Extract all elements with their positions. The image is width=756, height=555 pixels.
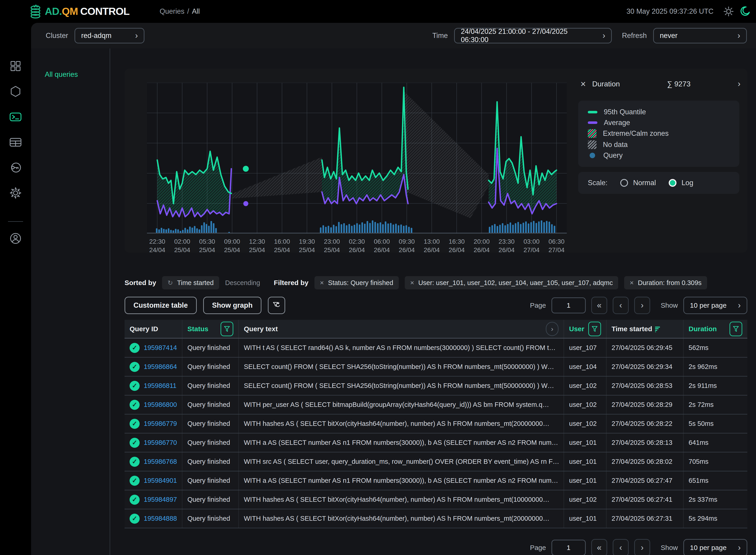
show-graph-button[interactable]: Show graph: [203, 297, 261, 314]
col-header-duration[interactable]: Duration: [683, 320, 747, 338]
col-header-user[interactable]: User: [564, 320, 606, 338]
sidebar-item-settings[interactable]: [9, 186, 22, 200]
legend-item-query[interactable]: Query: [588, 151, 730, 160]
breadcrumb[interactable]: Queries / All: [160, 7, 200, 15]
query-id-cell: ✓195986811: [125, 377, 182, 395]
table-row[interactable]: ✓195986811Query finishedSELECT count() F…: [125, 377, 747, 395]
query-id-link[interactable]: 195986864: [144, 363, 177, 371]
reset-filters-button[interactable]: [268, 297, 285, 314]
query-id-link[interactable]: 195984888: [144, 515, 177, 522]
radio-unchecked-icon[interactable]: [620, 179, 628, 187]
query-id-link[interactable]: 195986768: [144, 458, 177, 465]
query-id-link[interactable]: 195986811: [144, 382, 176, 389]
duration-cell: 562ms: [683, 339, 747, 357]
table-row[interactable]: ✓195984897Query finishedWITH hashes AS (…: [125, 490, 747, 509]
dark-theme-moon-icon[interactable]: [740, 6, 750, 17]
col-header-time-started[interactable]: Time started: [606, 320, 683, 338]
sidebar-item-tables[interactable]: [9, 135, 22, 149]
next-page-button[interactable]: ›: [634, 539, 650, 555]
duration-chart[interactable]: [147, 83, 567, 233]
sidebar-item-profile[interactable]: [9, 232, 22, 245]
legend-item-no-data[interactable]: No data: [588, 140, 730, 149]
time-started-cell: 27/04/2025 06:28:29: [606, 395, 683, 414]
filter-chip-duration[interactable]: × Duration: from 0.309s: [624, 276, 707, 289]
user-filter-button[interactable]: [588, 322, 601, 336]
duration-cell: 5s 294ms: [683, 509, 747, 528]
customize-table-button[interactable]: Customize table: [125, 297, 197, 314]
table-row[interactable]: ✓195986800Query finishedWITH per_user AS…: [125, 395, 747, 415]
sidebar-item-dashboard[interactable]: [9, 59, 22, 73]
cluster-select[interactable]: red-adqm ›: [75, 28, 144, 43]
scale-option-log[interactable]: Log: [669, 179, 694, 187]
close-icon[interactable]: ×: [580, 80, 586, 88]
table-row[interactable]: ✓195986768Query finishedWITH src AS ( SE…: [125, 453, 747, 471]
query-text-cell: WITH hashes AS ( SELECT bitXor(cityHash6…: [238, 509, 564, 528]
status-cell: Query finished: [182, 471, 238, 490]
close-icon[interactable]: ×: [320, 279, 324, 287]
radio-checked-icon[interactable]: [669, 179, 676, 187]
table-row[interactable]: ✓195986770Query finishedWITH a AS (SELEC…: [125, 433, 747, 453]
cluster-label: Cluster: [46, 32, 68, 40]
refresh-select[interactable]: never ›: [653, 28, 747, 43]
time-started-cell: 27/04/2025 06:27:41: [606, 490, 683, 509]
close-icon[interactable]: ×: [410, 279, 414, 287]
nav-all-queries[interactable]: All queries: [45, 71, 78, 79]
prev-page-button[interactable]: ‹: [613, 539, 629, 555]
light-theme-sun-icon[interactable]: [723, 6, 733, 16]
next-page-button[interactable]: ›: [634, 297, 650, 314]
status-filter-button[interactable]: [221, 322, 233, 336]
legend-item-zones[interactable]: Extreme/Calm zones: [588, 129, 730, 138]
query-text-expand-button[interactable]: ›: [546, 322, 559, 336]
chevron-right-icon[interactable]: ›: [738, 79, 741, 89]
sort-direction[interactable]: Descending: [225, 279, 260, 287]
col-header-query-text[interactable]: Query text ›: [238, 320, 564, 338]
filter-chip-user[interactable]: × User: user_101, user_102, user_104, ua…: [405, 276, 618, 289]
sidebar: [0, 23, 31, 555]
col-header-query-id[interactable]: Query ID: [125, 320, 182, 338]
filter-chip-status[interactable]: × Status: Query finished: [314, 276, 399, 289]
first-page-button[interactable]: «: [591, 297, 607, 314]
query-id-link[interactable]: 195984897: [144, 496, 177, 503]
per-page-select[interactable]: 10 per page ›: [683, 297, 747, 314]
query-id-link[interactable]: 195986770: [144, 439, 177, 446]
scale-option-normal[interactable]: Normal: [620, 179, 656, 187]
table-row[interactable]: ✓195986779Query finishedWITH hashes AS (…: [125, 415, 747, 433]
col-header-status[interactable]: Status: [182, 320, 238, 338]
table-row[interactable]: ✓195984888Query finishedWITH hashes AS (…: [125, 509, 747, 528]
table-row[interactable]: ✓195987414Query finishedWITH t AS ( SELE…: [125, 339, 747, 357]
brand-title: AD.QMCONTROL: [45, 5, 129, 17]
brand-logo[interactable]: AD.QMCONTROL: [29, 4, 129, 19]
refresh-label: Refresh: [622, 32, 647, 40]
pagination-bottom: Page « ‹ › Show 10 per page ›: [530, 539, 747, 555]
close-icon[interactable]: ×: [630, 279, 634, 287]
page-label: Page: [530, 544, 546, 552]
page-input[interactable]: [551, 297, 586, 313]
duration-filter-button[interactable]: [729, 322, 742, 336]
time-started-cell: 27/04/2025 06:27:47: [606, 471, 683, 490]
legend-item-95th-quantile[interactable]: 95th Quantile: [588, 108, 730, 116]
prev-page-button[interactable]: ‹: [613, 297, 629, 314]
query-id-link[interactable]: 195986779: [144, 420, 177, 427]
time-started-cell: 27/04/2025 06:29:34: [606, 357, 683, 376]
filter-chip-label: Duration: from 0.309s: [638, 279, 702, 287]
x-axis-tick: 23:0025/04: [324, 237, 340, 254]
query-id-link[interactable]: 195986800: [144, 401, 177, 409]
x-axis-tick: 09:0025/04: [224, 237, 240, 254]
table-row[interactable]: ✓195986864Query finishedSELECT count() F…: [125, 357, 747, 377]
query-id-link[interactable]: 195984901: [144, 477, 177, 484]
legend-label: 95th Quantile: [604, 108, 646, 116]
page-input[interactable]: [551, 540, 586, 555]
sidebar-item-access[interactable]: [9, 161, 22, 174]
sidebar-item-nodes[interactable]: [9, 85, 22, 98]
sort-chip[interactable]: ↻ Time started: [162, 276, 219, 289]
status-cell: Query finished: [182, 490, 238, 509]
per-page-select[interactable]: 10 per page ›: [683, 539, 747, 555]
query-id-link[interactable]: 195987414: [144, 344, 177, 351]
sidebar-item-queries[interactable]: [9, 110, 22, 123]
time-range-select[interactable]: 24/04/2025 21:00:00 - 27/04/2025 06:30:0…: [454, 28, 612, 43]
table-row[interactable]: ✓195984901Query finishedWITH a AS (SELEC…: [125, 471, 747, 490]
legend-item-average[interactable]: Average: [588, 119, 730, 127]
breadcrumb-section[interactable]: Queries: [160, 7, 184, 15]
legend-label: No data: [603, 140, 628, 149]
first-page-button[interactable]: «: [591, 539, 607, 555]
